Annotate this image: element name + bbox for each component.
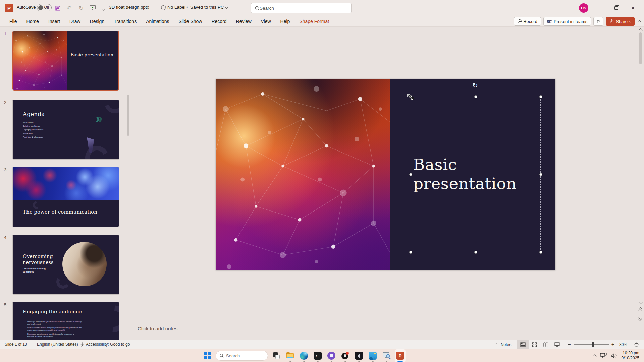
edge-browser-button[interactable] [299,349,309,362]
fit-slide-to-window-button[interactable] [631,340,642,349]
selection-box[interactable] [411,97,541,252]
document-title[interactable]: 3D float design.pptx [109,5,149,10]
speaker-icon[interactable] [611,353,618,359]
autosave-toggle[interactable]: Off [37,4,52,11]
tab-insert[interactable]: Insert [44,16,65,27]
tray-chevron-up-icon[interactable] [593,354,596,358]
sensitivity-label[interactable]: No Label [167,5,185,10]
task-view-button[interactable] [271,349,282,362]
language-status[interactable]: English (United States) [37,342,78,347]
scroll-up-icon[interactable] [639,28,642,32]
start-button[interactable] [202,349,213,362]
slideshow-view-button[interactable] [551,340,563,349]
close-button[interactable]: × [626,0,640,16]
tab-slide-show[interactable]: Slide Show [174,16,207,27]
selection-handle-top-center[interactable] [474,95,477,98]
scrollbar-thumb[interactable] [639,32,642,64]
zoom-in-button[interactable]: + [611,342,614,348]
comments-button[interactable] [593,17,603,26]
photos-app-button[interactable] [367,349,378,362]
ribbon-tabs: File Home Insert Draw Design Transitions… [5,16,334,27]
slide-1-number: 1 [4,31,6,36]
zoom-slider[interactable] [574,344,609,345]
powerpoint-app-icon[interactable]: P [5,4,13,12]
record-button[interactable]: Record [514,17,541,26]
selection-handle-bottom-right[interactable] [539,251,542,254]
obs-button[interactable] [340,349,351,362]
remote-desktop-button[interactable] [381,349,392,362]
rotate-handle-icon[interactable]: ↻ [472,81,478,89]
tab-transitions[interactable]: Transitions [109,16,141,27]
zoom-level[interactable]: 80% [619,342,627,347]
network-display-icon[interactable] [600,353,607,359]
taskbar-clock[interactable]: 10:20 pm 9/10/2025 [622,351,639,361]
customize-quick-access-button[interactable] [99,3,108,13]
tab-file[interactable]: File [5,16,22,27]
terminal-button[interactable]: >_ [312,349,323,362]
slide-3-thumbnail[interactable]: The power of communication [12,167,119,227]
previous-slide-button[interactable] [639,308,642,312]
slide-indicator[interactable]: Slide 1 of 13 [5,342,27,347]
minimize-button[interactable] [592,0,607,16]
status-bar: Slide 1 of 13 English (United States) Ac… [0,340,644,349]
accessibility-status[interactable]: Accessibility: Good to go [86,342,130,347]
app-search[interactable] [251,3,352,13]
undo-button[interactable]: ↶ [64,3,74,13]
tab-record[interactable]: Record [207,16,231,27]
tab-animations[interactable]: Animations [141,16,174,27]
selection-handle-bottom-left[interactable] [409,251,412,254]
photos-icon [369,352,377,360]
slide-1-thumbnail[interactable]: Basic presentation [12,31,119,90]
selection-handle-bottom-center[interactable] [474,251,477,254]
present-in-teams-button[interactable]: T Present in Teams [543,17,591,26]
slide-sorter-view-button[interactable] [529,340,540,349]
next-slide-button[interactable] [639,316,642,321]
tab-view[interactable]: View [256,16,276,27]
zoom-slider-thumb[interactable] [592,342,594,347]
document-menu-chevron-icon[interactable] [225,6,228,9]
zoom-out-button[interactable]: − [568,342,571,348]
slideshow-icon [90,5,96,11]
github-desktop-button[interactable] [326,349,337,362]
search-input[interactable] [260,6,340,11]
taskbar-search-input[interactable] [226,353,263,358]
share-button[interactable]: Share [606,17,635,26]
slide-artwork-image[interactable] [216,79,390,270]
save-button[interactable] [53,3,62,13]
fit-to-window-icon [634,342,639,347]
account-avatar[interactable]: HS [579,3,588,13]
tab-home[interactable]: Home [22,16,44,27]
collapse-ribbon-chevron-icon[interactable] [637,20,641,24]
selection-handle-middle-left[interactable] [409,173,412,176]
notes-placeholder[interactable]: Click to add notes [138,326,177,331]
normal-view-button[interactable] [517,340,529,349]
save-status[interactable]: Saved to this PC [190,5,224,10]
slide-4-thumbnail[interactable]: Overcoming nervousness Confidence-buildi… [12,235,119,295]
tab-draw[interactable]: Draw [65,16,85,27]
vertical-scrollbar[interactable] [638,27,643,340]
tab-review[interactable]: Review [231,16,256,27]
selection-handle-top-right[interactable] [539,95,542,98]
tab-shape-format[interactable]: Shape Format [294,16,334,27]
slide-4-thumb-title: Overcoming nervousness [23,253,53,265]
powerpoint-taskbar-button[interactable]: P [395,349,406,362]
tab-design[interactable]: Design [85,16,109,27]
taskbar-search[interactable] [216,351,268,361]
scroll-down-icon[interactable] [639,300,642,304]
slide-5-thumbnail[interactable]: Engaging the audience Make eye contact w… [12,302,119,340]
file-explorer-button[interactable] [285,349,296,362]
redo-button[interactable]: ↻ [76,3,86,13]
restore-button[interactable] [609,0,624,16]
share-chevron-icon [629,20,631,22]
obsidian-button[interactable] [354,349,364,362]
redo-icon: ↻ [79,5,84,12]
reading-view-button[interactable] [540,340,551,349]
start-slideshow-button[interactable] [88,3,97,13]
thumbnail-panel-scrollbar[interactable] [127,95,129,136]
system-tray: 10:20 pm 9/10/2025 [593,349,639,362]
slide-2-thumbnail[interactable]: Agenda Introduction Building confidence … [12,100,119,160]
tab-help[interactable]: Help [276,16,295,27]
selection-handle-middle-right[interactable] [539,173,542,176]
notes-toggle-button[interactable]: Notes [494,342,511,347]
slide-5-thumb-title: Engaging the audience [23,309,82,315]
